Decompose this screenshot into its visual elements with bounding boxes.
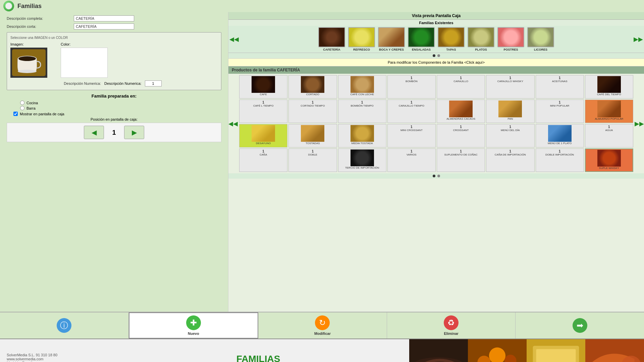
family-postres[interactable]: POSTRES <box>497 27 525 51</box>
product-menu-1-plato[interactable]: MENÚ DE 1 PLATO <box>536 124 584 147</box>
family-platos[interactable]: PLATOS <box>467 27 495 51</box>
eliminar-label: Eliminar <box>444 331 458 336</box>
product-name-suplemento: SUPLEMENTO DE COÑAC <box>444 154 477 157</box>
product-name-cortado-tiempo: CORTADO TIEMPO <box>301 105 325 108</box>
footer-images <box>409 339 644 362</box>
eliminar-button[interactable]: ♻ Eliminar <box>387 312 516 339</box>
product-agua[interactable]: 1 AGUA <box>585 124 633 147</box>
product-num-doble: 1 <box>289 149 336 153</box>
family-ensaladas[interactable]: ENSALADAS <box>407 27 436 51</box>
cocina-radio[interactable] <box>20 101 24 105</box>
mostrar-checkbox[interactable] <box>13 112 18 116</box>
desc-corta-input[interactable] <box>74 23 134 29</box>
nuevo-button[interactable]: ✚ Nuevo <box>129 312 259 339</box>
product-thumb-pan <box>498 101 522 117</box>
family-tapas[interactable]: TAPAS <box>437 27 466 51</box>
product-num-cortado-tiempo: 1 <box>289 101 336 104</box>
product-bombon-tiempo[interactable]: 1 BOMBÓN TIEMPO <box>338 100 386 123</box>
family-refresco[interactable]: REFRESCO <box>347 27 376 51</box>
product-doble-importacion[interactable]: 1 DOBLE IMPORTACIÓN <box>536 148 584 172</box>
product-carajillo-tiempo[interactable]: 1 CARAJILLO TIEMPO <box>387 100 436 123</box>
desc-completa-label: Descripción completa: <box>7 16 74 20</box>
mostrar-label: Mostrar en pantalla de caja <box>20 112 64 116</box>
product-cafe-l-tiempo[interactable]: 1 CAFÉ L TIEMPO <box>239 100 287 123</box>
barra-radio[interactable] <box>20 106 24 110</box>
familia-preparada-title: Familia preparada en: <box>7 94 221 99</box>
image-preview[interactable] <box>10 48 47 78</box>
products-prev[interactable]: ◀◀ <box>228 75 238 172</box>
right-panel: Vista previa Pantalla Caja Familias Exis… <box>228 12 644 312</box>
family-name-refresco: REFRESCO <box>353 48 370 51</box>
dot-1 <box>433 54 435 57</box>
desc-numerica-input[interactable] <box>145 80 162 86</box>
pos-right-button[interactable]: ▶ <box>124 126 144 139</box>
family-thumb-licores <box>527 27 554 47</box>
product-suple-whisky[interactable]: SUPLE WHISKY <box>585 148 633 172</box>
svg-rect-12 <box>536 349 576 362</box>
dots-row <box>228 53 644 58</box>
product-cana-importacion[interactable]: 1 CAÑA DE IMPORTACIÓN <box>486 148 534 172</box>
products-grid: CAFE CORTADO CAFÉ CON LECHE 1 BOMBÓN 1 C… <box>238 75 635 172</box>
families-list: CAFETERÍA REFRESCO BOCA Y CREPES ENSALAD… <box>239 27 633 51</box>
desc-completa-input[interactable] <box>74 15 134 21</box>
product-cafe-del-tiempo[interactable]: CAFÉ DEL TIEMPO <box>585 75 633 99</box>
carousel-prev[interactable]: ◀◀ <box>229 36 239 43</box>
product-name-carajillo: CARAJILLO <box>453 80 468 83</box>
desc-completa-row: Descripción completa: <box>7 15 221 21</box>
product-cafe[interactable]: CAFE <box>239 75 287 99</box>
exit-button[interactable]: ➡ <box>516 312 644 339</box>
product-almuerzo-popular[interactable]: ALMUERZO POPULAR <box>585 100 633 123</box>
logo-inner <box>5 3 12 9</box>
color-picker[interactable] <box>61 48 108 78</box>
family-cafeteria[interactable]: CAFETERÍA <box>318 27 346 51</box>
product-cortado-tiempo[interactable]: 1 CORTADO TIEMPO <box>288 100 337 123</box>
nuevo-icon: ✚ <box>186 315 201 330</box>
product-aceitunas[interactable]: 1 ACEITUNAS <box>536 75 584 99</box>
pos-left-button[interactable]: ◀ <box>84 126 104 139</box>
product-name-bombon: BOMBÓN <box>406 80 418 83</box>
product-name-menu-1-plato: MENÚ DE 1 PLATO <box>548 142 572 145</box>
products-dot-2 <box>437 175 440 177</box>
products-next[interactable]: ▶▶ <box>635 75 644 172</box>
product-thumb-menu-1-plato <box>548 125 572 142</box>
product-tostadas[interactable]: TOSTADAS <box>288 124 337 147</box>
product-mini-croissant[interactable]: 1 MINI CROISSANT <box>387 124 436 147</box>
product-tercio[interactable]: TERCIO DE IMPORTACIÓN <box>338 148 386 172</box>
product-bombon[interactable]: 1 BOMBÓN <box>387 75 436 99</box>
product-carajillo[interactable]: 1 CARAJILLO <box>437 75 485 99</box>
product-menu-del-dia[interactable]: 1 MENÚ DEL DÍA <box>486 124 534 147</box>
product-num-cana: 1 <box>240 149 286 153</box>
product-cortado[interactable]: CORTADO <box>288 75 337 99</box>
product-doble[interactable]: 1 DOBLE <box>288 148 337 172</box>
product-name-aceitunas: ACEITUNAS <box>552 80 568 83</box>
barra-label: Barra <box>26 106 36 110</box>
product-cafeconleche[interactable]: CAFÉ CON LECHE <box>338 75 386 99</box>
modificar-icon: ↻ <box>315 315 330 330</box>
product-croissant[interactable]: 1 CROISSANT <box>437 124 485 147</box>
family-name-bocacrepes: BOCA Y CREPES <box>379 48 404 51</box>
product-media-tostada[interactable]: MEDIA TOSTADA <box>338 124 386 147</box>
eliminar-icon: ♻ <box>444 315 459 330</box>
family-thumb-bocacrepes <box>378 27 405 47</box>
product-suplemento[interactable]: 1 SUPLEMENTO DE COÑAC <box>437 148 485 172</box>
product-mini-popular[interactable]: 1 MINI POPULAR <box>536 100 584 123</box>
products-title: Productos de la familia CAFETERÍA <box>228 66 644 74</box>
product-cana[interactable]: 1 CAÑA <box>239 148 287 172</box>
product-num-bombon-tiempo: 1 <box>339 101 385 104</box>
left-panel: Descripción completa: Descripción corta:… <box>0 12 228 312</box>
info-button[interactable]: ⓘ <box>0 312 129 339</box>
product-carajillo-whisky[interactable]: 1 CARAJILLO WHISKY <box>486 75 534 99</box>
carousel-next[interactable]: ▶▶ <box>633 36 643 43</box>
family-bocacrepes[interactable]: BOCA Y CREPES <box>377 27 406 51</box>
product-pan[interactable]: PAN <box>486 100 534 123</box>
app-logo <box>3 1 14 11</box>
product-almendras[interactable]: ALMENDRAS CACAOS <box>437 100 485 123</box>
product-varios[interactable]: 1 VARIOS <box>387 148 436 172</box>
modify-bar[interactable]: Para modificar los Componentes de la Fam… <box>228 58 644 66</box>
image-row: Imagen: C <box>10 42 218 78</box>
product-desayuno[interactable]: DESAYUNO <box>239 124 287 147</box>
family-licores[interactable]: LICORES <box>527 27 555 51</box>
product-name-cana: CAÑA <box>260 154 267 157</box>
color-label: Color: <box>61 42 108 46</box>
modificar-button[interactable]: ↻ Modificar <box>258 312 387 339</box>
